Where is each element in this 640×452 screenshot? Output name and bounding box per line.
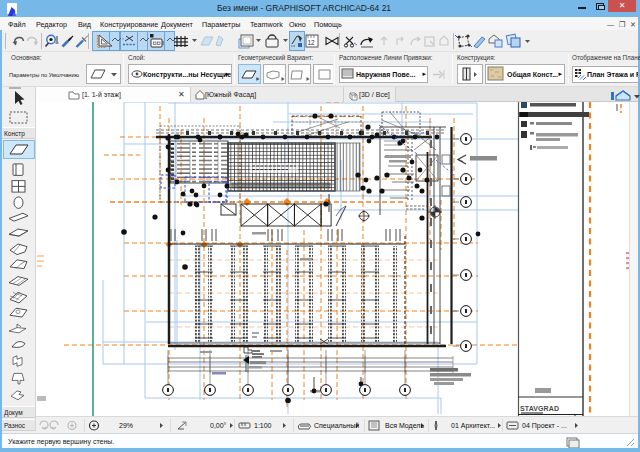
svg-text:12: 12 (308, 39, 316, 46)
svg-text:STAVGRAD: STAVGRAD (520, 405, 559, 412)
